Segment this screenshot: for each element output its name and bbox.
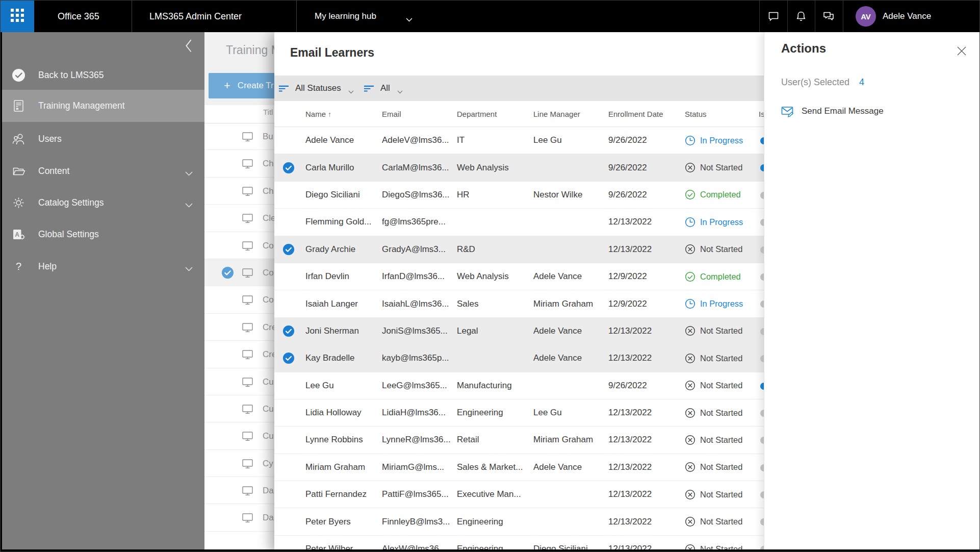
clipped-icon-fragment <box>760 410 764 417</box>
cell-enrollment-date: 12/13/2022 <box>608 217 685 227</box>
global-settings-icon: A <box>12 228 25 241</box>
table-row[interactable]: Miriam GrahamMiriamG@lms...Sales & Marke… <box>274 454 764 481</box>
monitor-icon <box>241 293 254 306</box>
chat-icon[interactable] <box>767 10 780 22</box>
brand-office365[interactable]: Office 365 <box>58 1 99 32</box>
chevron-down-icon[interactable] <box>185 169 193 173</box>
clock-icon <box>685 298 695 309</box>
table-row[interactable]: Kay Bradellekayb@lms365p...Adele Vance12… <box>274 345 764 372</box>
table-row[interactable]: Adele VanceAdeleV@lms36...ITLee Gu9/26/2… <box>274 127 764 154</box>
monitor-icon <box>241 348 254 361</box>
row-select-cell[interactable] <box>274 325 305 337</box>
clipped-icon-fragment <box>760 355 764 362</box>
sidebar-item-help[interactable]: ?Help <box>1 250 204 283</box>
sidebar-item-global-settings[interactable]: AGlobal Settings <box>1 218 204 250</box>
status-label: Not Started <box>700 354 742 363</box>
selected-check-icon[interactable] <box>282 352 295 364</box>
app-launcher-button[interactable] <box>1 1 34 32</box>
send-email-message-action[interactable]: Send Email Message <box>781 105 884 118</box>
table-row[interactable]: Joni ShermanJoniS@lms365...LegalAdele Va… <box>274 318 764 345</box>
status-badge: Not Started <box>685 408 759 418</box>
status-label: Not Started <box>700 517 742 526</box>
table-row[interactable]: Patti FernandezPattiF@lms365...Executive… <box>274 481 764 508</box>
sidebar-item-users[interactable]: Users <box>1 123 204 155</box>
sidebar-item-back-to-lms365[interactable]: Back to LMS365 <box>1 59 204 91</box>
cell-name: Lidia Holloway <box>305 408 382 418</box>
all-filter-dropdown[interactable]: All <box>364 76 403 101</box>
table-row[interactable]: Flemming Gold...fg@lms365pre...12/13/202… <box>274 209 764 236</box>
sidebar-item-label: Users <box>38 134 62 144</box>
sidebar-collapse-icon[interactable] <box>185 39 192 53</box>
status-badge: Not Started <box>685 516 759 527</box>
table-row[interactable]: Peter ByersFinnleyB@lms3...Engineering12… <box>274 508 764 535</box>
cell-enrollment-date: 9/26/2022 <box>608 163 685 173</box>
circle-x-icon <box>685 516 695 527</box>
cell-enrollment-date: 12/13/2022 <box>608 244 685 255</box>
avatar[interactable]: AV <box>856 6 876 27</box>
cell-name: Joni Sherman <box>305 326 382 336</box>
column-header-line-manager[interactable]: Line Manager <box>533 110 608 118</box>
sidebar-item-label: Help <box>38 261 57 272</box>
chevron-down-icon[interactable] <box>185 264 193 269</box>
feedback-icon[interactable] <box>822 10 835 22</box>
column-header-name[interactable]: Name↑ <box>305 110 382 118</box>
clipped-icon-fragment <box>760 192 764 199</box>
cell-name: Isaiah Langer <box>305 299 382 309</box>
cell-email: IrfanD@lms36... <box>382 271 457 282</box>
cell-line-manager: Nestor Wilke <box>533 190 608 200</box>
sidebar-item-catalog-settings[interactable]: Catalog Settings <box>1 187 204 219</box>
cell-email: LynneR@lms36... <box>382 435 457 445</box>
brand-admin-center[interactable]: LMS365 Admin Center <box>149 1 242 32</box>
selected-check-icon[interactable] <box>282 162 295 174</box>
cell-line-manager: Adele Vance <box>533 462 608 472</box>
cell-department: Retail <box>457 435 533 445</box>
title-column-header[interactable]: Titl <box>263 101 273 123</box>
cell-enrollment-date: 12/13/2022 <box>608 408 685 418</box>
status-label: In Progress <box>700 136 743 145</box>
status-badge: Not Started <box>685 380 759 391</box>
table-row[interactable]: Isaiah LangerIsaiahL@lms36...SalesMiriam… <box>274 290 764 317</box>
sidebar-item-content[interactable]: Content <box>1 155 204 187</box>
close-icon[interactable] <box>957 46 966 56</box>
table-row[interactable]: Grady ArchieGradyA@lms3...R&D12/13/2022N… <box>274 236 764 263</box>
table-row[interactable]: Lidia HollowayLidiaH@lms36...Engineering… <box>274 399 764 426</box>
row-select-cell[interactable] <box>274 162 305 174</box>
sidebar-item-training-management[interactable]: Training Management <box>1 90 204 122</box>
cell-name: Kay Bradelle <box>305 353 382 363</box>
chevron-down-icon[interactable] <box>185 200 193 205</box>
column-header-email[interactable]: Email <box>382 110 457 118</box>
chevron-down-icon[interactable] <box>406 15 412 19</box>
column-header-clipped[interactable]: Is <box>759 110 764 118</box>
row-select-cell[interactable] <box>274 243 305 256</box>
status-filter-label: All Statuses <box>295 83 341 93</box>
table-row[interactable]: Lee GuLeeG@lms365...Manufacturing9/26/20… <box>274 372 764 399</box>
hub-menu[interactable]: My learning hub <box>315 1 376 32</box>
training-title: Cu <box>263 422 274 449</box>
table-row[interactable]: Carla MurilloCarlaM@lms36...Web Analysis… <box>274 154 764 181</box>
table-row[interactable]: Diego SicilianiDiegoS@lms36...HRNestor W… <box>274 182 764 209</box>
users-icon <box>12 132 25 146</box>
column-header-department[interactable]: Department <box>457 110 533 118</box>
status-label: In Progress <box>700 299 743 309</box>
cell-department: HR <box>457 190 533 200</box>
selected-check-icon[interactable] <box>221 266 234 279</box>
cell-department: Manufacturing <box>457 381 533 391</box>
status-label: Not Started <box>700 163 742 172</box>
circle-x-icon <box>685 325 695 336</box>
column-header-enrollment-date[interactable]: Enrollment Date <box>608 110 685 118</box>
user-name[interactable]: Adele Vance <box>883 1 931 32</box>
users-selected-count[interactable]: 4 <box>859 77 864 88</box>
window-frame <box>1 32 2 551</box>
table-row[interactable]: Irfan DevlinIrfanD@lms36...Web AnalysisA… <box>274 263 764 290</box>
clipped-icon-fragment <box>760 437 764 444</box>
selected-check-icon[interactable] <box>282 243 295 256</box>
row-select-cell[interactable] <box>274 352 305 364</box>
topbar-separator <box>296 1 297 32</box>
selected-check-icon[interactable] <box>282 325 295 337</box>
bell-icon[interactable] <box>795 10 807 22</box>
column-header-status[interactable]: Status <box>685 110 759 118</box>
table-row[interactable]: Lynne RobbinsLynneR@lms36...RetailMiriam… <box>274 426 764 454</box>
cell-name: Diego Siciliani <box>305 190 382 200</box>
status-filter-dropdown[interactable]: All Statuses <box>278 76 354 101</box>
chevron-down-icon <box>397 87 403 90</box>
